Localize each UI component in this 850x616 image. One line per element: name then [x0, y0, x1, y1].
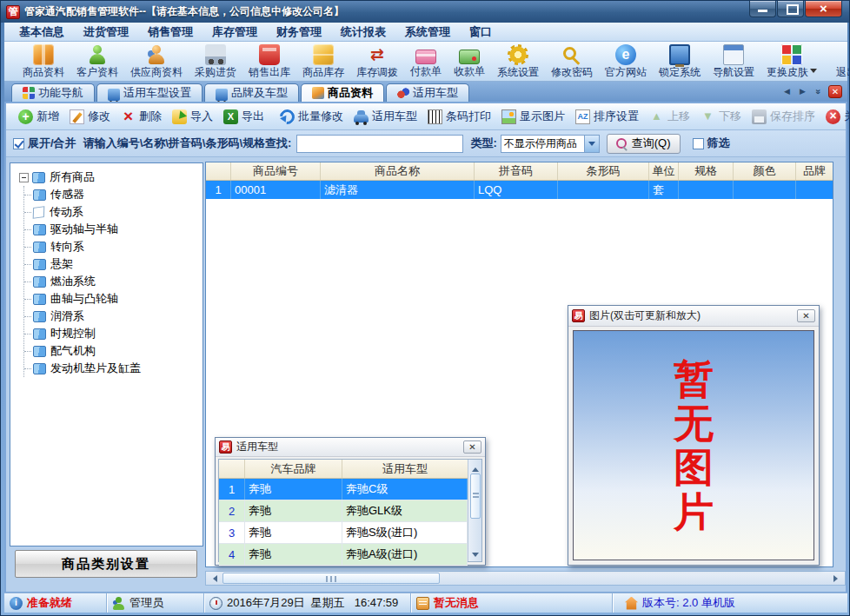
toolbar-website[interactable]: 官方网站 [599, 43, 653, 80]
tab-close-button[interactable]: ✕ [828, 85, 842, 98]
edit-button[interactable]: 修改 [64, 109, 116, 124]
vehicle-vertical-scrollbar[interactable] [468, 460, 481, 561]
collapse-minus-icon[interactable] [19, 173, 29, 182]
toolbar-settings[interactable]: 系统设置 [491, 43, 545, 80]
col-barcode[interactable]: 条形码 [558, 162, 649, 180]
close-tab-button[interactable]: 关闭 [820, 109, 850, 124]
toolbar-password[interactable]: 修改密码 [545, 43, 599, 80]
tab-goods-data[interactable]: 商品资料 [301, 83, 384, 102]
menu-window[interactable]: 窗口 [460, 23, 501, 41]
vehicle-row[interactable]: 2 奔驰 奔驰GLK级 [219, 500, 468, 522]
tree-item-steering[interactable]: 转向系 [33, 238, 203, 255]
tab-scroll-right-button[interactable]: ▶ [796, 85, 809, 98]
menu-sales-mgmt[interactable]: 销售管理 [138, 23, 203, 41]
tree-item-sensor[interactable]: 传感器 [33, 186, 203, 203]
col-brand[interactable]: 品牌 [796, 162, 833, 180]
tree-item-fuel-system[interactable]: 燃油系统 [33, 273, 203, 290]
tab-applicable-models[interactable]: 适用车型 [386, 83, 469, 102]
move-down-button[interactable]: 下移 [695, 109, 747, 124]
type-dropdown[interactable]: 不显示停用商品 [501, 135, 600, 153]
tree-item-drive-axle[interactable]: 驱动轴与半轴 [33, 221, 203, 238]
tab-list-button[interactable]: » [812, 85, 825, 98]
vehicle-row[interactable]: 4 奔驰 奔驰A级(进口) [219, 544, 468, 566]
category-settings-button[interactable]: 商品类别设置 [15, 550, 197, 578]
col-spec[interactable]: 规格 [679, 162, 734, 180]
tree-item-crankshaft[interactable]: 曲轴与凸轮轴 [33, 290, 203, 308]
query-button[interactable]: 查询(Q) [607, 134, 681, 154]
show-image-button[interactable]: 显示图片 [496, 109, 570, 124]
filter-checkbox[interactable] [693, 138, 704, 149]
scroll-down-arrow-icon[interactable] [469, 549, 481, 561]
window-titlebar[interactable]: 管 管家通汽配销售管理软件--【请在基本信息，公司信息中修改公司名】 [1, 1, 849, 23]
toolbar-receipt[interactable]: 收款单 [448, 44, 491, 79]
col-pinyin[interactable]: 拼音码 [475, 162, 558, 180]
toolbar-skin[interactable]: 更换皮肤 [760, 43, 823, 80]
tree-item-suspension[interactable]: 悬架 [33, 255, 203, 273]
tree-item-timing-control[interactable]: 时规控制 [33, 325, 203, 342]
export-button[interactable]: 导出 [218, 109, 269, 124]
image-popup-titlebar[interactable]: 易 图片(双击可更新和放大) ✕ [568, 306, 819, 327]
col-color[interactable]: 颜色 [734, 162, 796, 180]
add-button[interactable]: 新增 [13, 109, 64, 124]
vehicle-row[interactable]: 3 奔驰 奔驰S级(进口) [219, 522, 468, 544]
horizontal-scrollbar[interactable] [205, 571, 846, 586]
delete-button[interactable]: 删除 [116, 109, 167, 124]
toolbar-sales-out[interactable]: 销售出库 [242, 43, 296, 80]
menu-inventory-mgmt[interactable]: 库存管理 [203, 23, 267, 41]
table-row-selected[interactable]: 1 00001 滤清器 LQQ 套 [206, 181, 833, 199]
tab-vehicle-model-settings[interactable]: 适用车型设置 [96, 83, 203, 102]
barcode-print-button[interactable]: 条码打印 [422, 109, 496, 124]
menu-reports[interactable]: 统计报表 [331, 23, 395, 41]
scroll-right-arrow-icon[interactable] [831, 572, 845, 585]
scroll-up-arrow-icon[interactable] [469, 460, 481, 472]
image-popup-close-button[interactable]: ✕ [797, 309, 815, 322]
tree-item-transmission[interactable]: 传动系 [33, 203, 203, 221]
menu-system-mgmt[interactable]: 系统管理 [395, 23, 460, 41]
sort-settings-button[interactable]: 排序设置 [570, 109, 644, 124]
import-button[interactable]: 导入 [167, 109, 218, 124]
toolbar-nav-settings[interactable]: 导航设置 [707, 43, 760, 80]
tree-item-valve-train[interactable]: 配气机构 [33, 342, 203, 360]
col-applicable-model[interactable]: 适用车型 [342, 460, 468, 478]
menu-purchase-mgmt[interactable]: 进货管理 [74, 23, 138, 41]
tree-root-all-goods[interactable]: 所有商品 [19, 169, 203, 186]
menu-basic-info[interactable]: 基本信息 [10, 23, 74, 41]
scroll-left-arrow-icon[interactable] [206, 572, 220, 585]
toolbar-stock[interactable]: 商品库存 [296, 43, 350, 80]
tree-item-engine-gasket[interactable]: 发动机垫片及缸盖 [33, 360, 203, 377]
close-button[interactable] [805, 1, 842, 17]
col-goods-code[interactable]: 商品编号 [231, 162, 321, 180]
move-up-button[interactable]: 上移 [644, 109, 695, 124]
toolbar-transfer[interactable]: 库存调拨 [350, 43, 404, 80]
col-unit[interactable]: 单位 [649, 162, 679, 180]
col-car-brand[interactable]: 汽车品牌 [245, 460, 342, 478]
toolbar-suppliers[interactable]: 供应商资料 [124, 43, 189, 80]
search-input[interactable] [296, 135, 463, 153]
applicable-model-button[interactable]: 适用车型 [349, 109, 422, 124]
batch-edit-button[interactable]: 批量修改 [275, 109, 349, 124]
expand-collapse-checkbox[interactable] [13, 138, 24, 149]
scrollbar-thumb[interactable] [222, 573, 440, 584]
col-row-number[interactable] [206, 162, 231, 180]
menu-finance-mgmt[interactable]: 财务管理 [267, 23, 331, 41]
toolbar-exit[interactable]: 退出系统 [830, 43, 850, 80]
toolbar-payment[interactable]: 付款单 [404, 44, 448, 79]
vehicle-popup-close-button[interactable]: ✕ [463, 440, 481, 454]
maximize-button[interactable] [777, 1, 804, 17]
no-image-placeholder: 暂无图片 [672, 357, 715, 534]
image-preview-area[interactable]: 暂无图片 [573, 330, 814, 560]
tab-brand-and-model[interactable]: 品牌及车型 [204, 83, 299, 102]
scrollbar-thumb[interactable] [470, 474, 481, 519]
toolbar-lock[interactable]: 锁定系统 [653, 43, 707, 80]
tab-function-nav[interactable]: 功能导航 [11, 83, 95, 102]
tree-item-lubrication[interactable]: 润滑系 [33, 308, 203, 325]
toolbar-customers[interactable]: 客户资料 [70, 43, 124, 80]
vehicle-row[interactable]: 1 奔驰 奔驰C级 [219, 479, 468, 500]
minimize-button[interactable] [749, 1, 776, 17]
tab-scroll-left-button[interactable]: ◀ [780, 85, 794, 98]
toolbar-goods[interactable]: 商品资料 [17, 43, 70, 80]
save-sort-button[interactable]: 保存排序 [747, 109, 820, 124]
col-goods-name[interactable]: 商品名称 [321, 162, 475, 180]
vehicle-popup-titlebar[interactable]: 易 适用车型 ✕ [216, 438, 485, 457]
toolbar-purchase-in[interactable]: 采购进货 [189, 43, 242, 80]
